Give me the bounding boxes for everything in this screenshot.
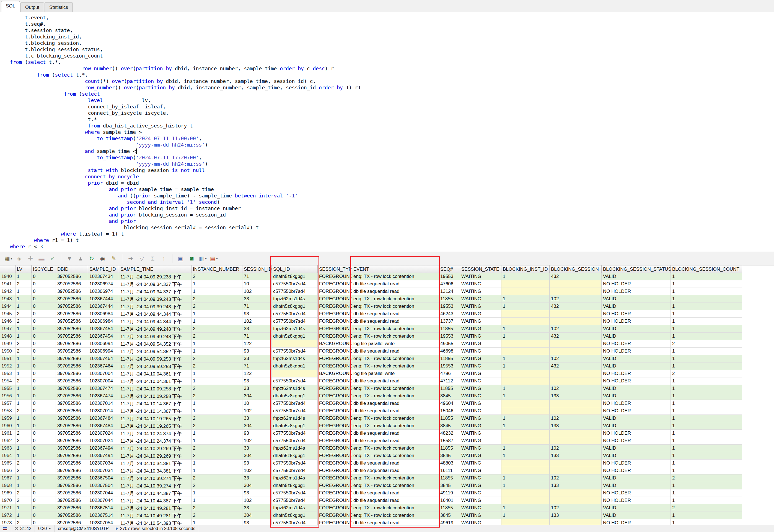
- cell-session-state[interactable]: WAITING: [460, 325, 501, 333]
- cell-instance-number[interactable]: 1: [191, 280, 243, 288]
- cell-instance-number[interactable]: 2: [191, 452, 243, 460]
- cell-session-id[interactable]: 93: [243, 460, 272, 467]
- cell-blocking-inst-id[interactable]: 1: [501, 512, 549, 519]
- cell-seq[interactable]: 13737: [439, 318, 460, 325]
- table-row[interactable]: 19421039705258610230697411-7月 -24 04.09.…: [0, 288, 774, 295]
- cell-blocking-session-count[interactable]: 1: [671, 377, 742, 385]
- cell-blocking-inst-id[interactable]: 1: [501, 325, 549, 333]
- cell-lv[interactable]: 1: [15, 363, 32, 370]
- cell-session-state[interactable]: WAITING: [460, 460, 501, 467]
- cell-instance-number[interactable]: 2: [191, 385, 243, 392]
- cell-session-state[interactable]: WAITING: [460, 400, 501, 407]
- cell-blocking-inst-id[interactable]: 1: [501, 452, 549, 460]
- cell-sample-id[interactable]: 102307014: [88, 407, 119, 415]
- cell-dbid[interactable]: 397052586: [56, 392, 88, 400]
- cell-event[interactable]: db file sequential read: [352, 497, 439, 504]
- cell-sample-id[interactable]: 102367514: [88, 512, 119, 519]
- results-grid[interactable]: LVISCYCLEDBIDSAMPLE_IDSAMPLE_TIMEINSTANC…: [0, 265, 774, 525]
- cell-dbid[interactable]: 397052586: [56, 474, 88, 482]
- cell-event[interactable]: enq: TX - row lock contention: [352, 392, 439, 400]
- cell-sample-time[interactable]: 11-7月 -24 04.10.14.367 下午: [119, 400, 191, 407]
- cell-instance-number[interactable]: 2: [191, 273, 243, 280]
- cell-blocking-session-count[interactable]: 1: [671, 445, 742, 452]
- column-header-session-state[interactable]: SESSION_STATE: [460, 265, 501, 273]
- cell-blocking-session[interactable]: 133: [549, 422, 602, 430]
- cell-session-id[interactable]: 33: [243, 474, 272, 482]
- cell-blocking-session-status[interactable]: NO HOLDER: [602, 280, 671, 288]
- cell-blocking-inst-id[interactable]: [501, 489, 549, 497]
- cell-lv[interactable]: 1: [15, 415, 32, 422]
- cell-sample-id[interactable]: 102307044: [88, 497, 119, 504]
- cell-session-state[interactable]: WAITING: [460, 355, 501, 363]
- cell-dbid[interactable]: 397052586: [56, 363, 88, 370]
- cell-sample-time[interactable]: 11-7月 -24 04.10.24.374 下午: [119, 437, 191, 445]
- cell-blocking-session-count[interactable]: 1: [671, 288, 742, 295]
- cell-blocking-session-status[interactable]: NO HOLDER: [602, 437, 671, 445]
- cell-blocking-session-status[interactable]: NO HOLDER: [602, 460, 671, 467]
- cell-sql-id[interactable]: c577550br7sd4: [272, 460, 318, 467]
- cell-blocking-session-status[interactable]: VALID: [602, 474, 671, 482]
- cell-blocking-session[interactable]: [549, 377, 602, 385]
- cell-event[interactable]: db file sequential read: [352, 489, 439, 497]
- cell-sample-id[interactable]: 102367484: [88, 422, 119, 430]
- cell-blocking-session-count[interactable]: 1: [671, 273, 742, 280]
- cell-instance-number[interactable]: 2: [191, 355, 243, 363]
- column-header-sample-time[interactable]: SAMPLE_TIME: [119, 265, 191, 273]
- cell-seq[interactable]: 3845: [439, 512, 460, 519]
- cell-blocking-session[interactable]: 133: [549, 452, 602, 460]
- cell-instance-number[interactable]: 1: [191, 348, 243, 355]
- cell-session-state[interactable]: WAITING: [460, 422, 501, 430]
- cell-iscycle[interactable]: 0: [32, 273, 56, 280]
- table-row[interactable]: 19732039705258610230705411-7月 -24 04.10.…: [0, 519, 774, 525]
- cell-session-id[interactable]: 71: [243, 363, 272, 370]
- cell-instance-number[interactable]: 2: [191, 474, 243, 482]
- cell-event[interactable]: enq: TX - row lock contention: [352, 385, 439, 392]
- cell-session-id[interactable]: 93: [243, 519, 272, 525]
- cell-seq[interactable]: 19553: [439, 303, 460, 310]
- cell-sample-time[interactable]: 11-7月 -24 04.10.19.265 下午: [119, 422, 191, 430]
- cell-dbid[interactable]: 397052586: [56, 303, 88, 310]
- table-row[interactable]: 19702039705258610230704411-7月 -24 04.10.…: [0, 497, 774, 504]
- cell-instance-number[interactable]: 2: [191, 303, 243, 310]
- cell-event[interactable]: db file sequential read: [352, 288, 439, 295]
- cell-event[interactable]: enq: TX - row lock contention: [352, 474, 439, 482]
- cell-lv[interactable]: 1: [15, 392, 32, 400]
- cell-seq[interactable]: 3845: [439, 482, 460, 489]
- cell-blocking-inst-id[interactable]: [501, 437, 549, 445]
- cell-blocking-session-count[interactable]: 1: [671, 318, 742, 325]
- cell-dbid[interactable]: 397052586: [56, 370, 88, 377]
- cell-seq[interactable]: 48232: [439, 430, 460, 437]
- cell-iscycle[interactable]: 0: [32, 445, 56, 452]
- cell-blocking-inst-id[interactable]: 1: [501, 482, 549, 489]
- cell-blocking-session[interactable]: 432: [549, 273, 602, 280]
- cell-dbid[interactable]: 397052586: [56, 489, 88, 497]
- cell-session-state[interactable]: WAITING: [460, 392, 501, 400]
- fetch-next-button[interactable]: ▼: [64, 254, 74, 264]
- cell-blocking-session[interactable]: [549, 348, 602, 355]
- cell-dbid[interactable]: 397052586: [56, 452, 88, 460]
- cell-lv[interactable]: 1: [15, 355, 32, 363]
- cell-sample-time[interactable]: 11-7月 -24 04.09.39.243 下午: [119, 295, 191, 303]
- cell-blocking-inst-id[interactable]: [501, 310, 549, 318]
- cell-instance-number[interactable]: 1: [191, 310, 243, 318]
- cell-sample-id[interactable]: 102306994: [88, 340, 119, 348]
- table-row[interactable]: 19591039705258610236748411-7月 -24 04.10.…: [0, 415, 774, 422]
- cell-sql-id[interactable]: c577550br7sd4: [272, 377, 318, 385]
- cell-seq[interactable]: 19553: [439, 363, 460, 370]
- cell-session-state[interactable]: WAITING: [460, 370, 501, 377]
- cell-session-type[interactable]: FOREGROUND: [318, 385, 352, 392]
- table-row[interactable]: 19571039705258610230701411-7月 -24 04.10.…: [0, 400, 774, 407]
- cell-sample-time[interactable]: 11-7月 -24 04.10.49.281 下午: [119, 504, 191, 512]
- cell-blocking-inst-id[interactable]: [501, 467, 549, 474]
- cell-iscycle[interactable]: 0: [32, 415, 56, 422]
- cell-event[interactable]: enq: TX - row lock contention: [352, 422, 439, 430]
- cell-sample-time[interactable]: 11-7月 -24 04.10.49.281 下午: [119, 512, 191, 519]
- cell-session-id[interactable]: 102: [243, 467, 272, 474]
- cell-event[interactable]: enq: TX - row lock contention: [352, 452, 439, 460]
- cell-blocking-session-status[interactable]: VALID: [602, 355, 671, 363]
- cell-dbid[interactable]: 397052586: [56, 325, 88, 333]
- cell-sample-id[interactable]: 102307014: [88, 400, 119, 407]
- insert-record-button[interactable]: ✚: [25, 254, 35, 264]
- cell-session-state[interactable]: WAITING: [460, 415, 501, 422]
- cell-instance-number[interactable]: 1: [191, 400, 243, 407]
